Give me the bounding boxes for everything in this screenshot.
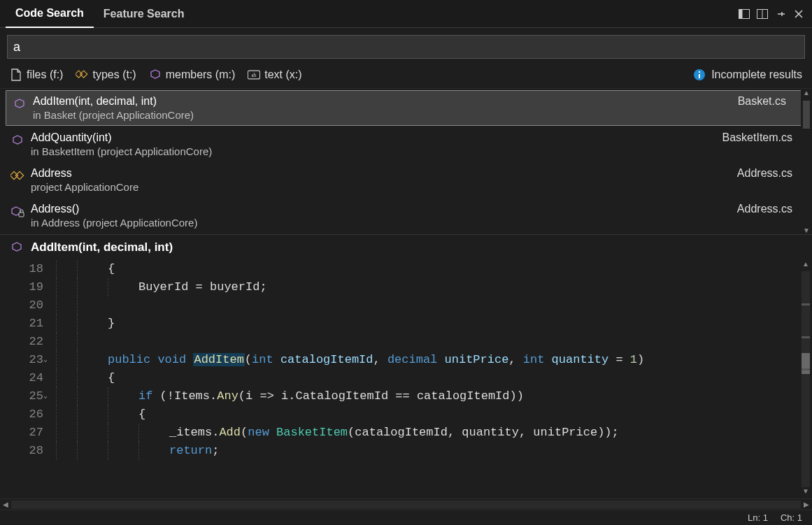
code-line: { bbox=[56, 405, 799, 424]
tab-label: Feature Search bbox=[104, 8, 185, 20]
tab-feature-search[interactable]: Feature Search bbox=[94, 0, 194, 28]
filter-members[interactable]: members (m:) bbox=[149, 69, 236, 81]
preview-header: AddItem(int, decimal, int) bbox=[0, 235, 812, 260]
result-item[interactable]: AddItem(int, decimal, int)in Basket (pro… bbox=[6, 90, 806, 126]
result-file: Address.cs bbox=[737, 167, 792, 180]
code-line: { bbox=[56, 260, 799, 278]
svg-rect-1 bbox=[739, 9, 743, 18]
svg-text:ab: ab bbox=[252, 73, 257, 78]
result-file: Basket.cs bbox=[738, 95, 786, 108]
results-scrollbar[interactable]: ▲▼ bbox=[801, 89, 812, 234]
results-list: AddItem(int, decimal, int)in Basket (pro… bbox=[0, 89, 812, 235]
file-icon bbox=[10, 69, 22, 81]
text-icon: ab bbox=[248, 69, 260, 81]
incomplete-label: Incomplete results bbox=[711, 69, 802, 81]
line-number: 18 bbox=[0, 260, 43, 278]
line-number: 25⌄ bbox=[0, 387, 43, 405]
result-subtitle: in Basket (project ApplicationCore) bbox=[33, 109, 800, 121]
code-line: } bbox=[56, 315, 799, 333]
pin-icon[interactable] bbox=[773, 6, 788, 22]
line-number: 28 bbox=[0, 442, 43, 460]
code-line: BuyerId = buyerId; bbox=[56, 278, 799, 296]
result-subtitle: in BasketItem (project ApplicationCore) bbox=[31, 145, 802, 157]
dock-split-icon[interactable] bbox=[755, 6, 770, 22]
member-icon bbox=[10, 240, 24, 254]
gutter: 181920212223⌄2425⌄262728 bbox=[0, 260, 56, 498]
line-number: 20 bbox=[0, 296, 43, 315]
close-icon[interactable] bbox=[791, 6, 806, 22]
dock-left-icon[interactable] bbox=[736, 6, 752, 22]
tab-bar: Code Search Feature Search bbox=[0, 0, 812, 28]
filter-files[interactable]: files (f:) bbox=[10, 69, 63, 81]
code-line: { bbox=[56, 369, 799, 387]
types-icon bbox=[76, 69, 88, 81]
result-title: AddQuantity(int) bbox=[31, 131, 802, 144]
line-number: 22 bbox=[0, 333, 43, 351]
filter-types[interactable]: types (t:) bbox=[76, 69, 136, 81]
svg-rect-9 bbox=[699, 74, 700, 78]
member-private-icon bbox=[10, 204, 25, 220]
member-icon bbox=[12, 96, 27, 112]
incomplete-results: Incomplete results bbox=[693, 69, 802, 81]
info-icon bbox=[693, 69, 706, 81]
status-bar: Ln: 1 Ch: 1 bbox=[0, 510, 812, 525]
result-title: Address bbox=[31, 167, 802, 180]
tab-label: Code Search bbox=[15, 7, 84, 20]
line-number: 19 bbox=[0, 278, 43, 296]
line-number: 26 bbox=[0, 405, 43, 424]
svg-rect-12 bbox=[15, 171, 23, 179]
svg-rect-4 bbox=[76, 71, 83, 78]
scroll-down-icon[interactable]: ▼ bbox=[802, 487, 809, 498]
scroll-up-icon[interactable]: ▲ bbox=[802, 260, 809, 271]
line-number: 27 bbox=[0, 424, 43, 442]
code-line: public void AddItem(int catalogItemId, d… bbox=[56, 351, 799, 369]
preview-title: AddItem(int, decimal, int) bbox=[31, 240, 173, 254]
filter-text[interactable]: ab text (x:) bbox=[248, 69, 301, 81]
result-title: AddItem(int, decimal, int) bbox=[33, 95, 800, 108]
result-item[interactable]: AddQuantity(int)in BasketItem (project A… bbox=[0, 127, 812, 163]
type-icon bbox=[10, 168, 25, 184]
vertical-scrollbar[interactable]: ▲ ▼ bbox=[799, 260, 812, 498]
fold-icon[interactable]: ⌄ bbox=[41, 351, 50, 369]
result-item[interactable]: Address()in Address (project Application… bbox=[0, 199, 812, 234]
result-title: Address() bbox=[31, 203, 802, 215]
code-line: if (!Items.Any(i => i.CatalogItemId == c… bbox=[56, 387, 799, 405]
tab-code-search[interactable]: Code Search bbox=[6, 0, 94, 28]
filter-label: types (t:) bbox=[92, 69, 136, 81]
result-file: BasketItem.cs bbox=[722, 131, 792, 144]
status-col: Ch: 1 bbox=[781, 512, 802, 523]
svg-rect-10 bbox=[699, 71, 700, 73]
code-area[interactable]: {BuyerId = buyerId;}public void AddItem(… bbox=[56, 260, 799, 498]
window-controls bbox=[736, 6, 812, 22]
result-subtitle: in Address (project ApplicationCore) bbox=[31, 217, 802, 229]
search-box[interactable] bbox=[7, 35, 805, 59]
code-line: _items.Add(new BasketItem(catalogItemId,… bbox=[56, 424, 799, 442]
result-file: Address.cs bbox=[737, 203, 792, 215]
line-number: 23⌄ bbox=[0, 351, 43, 369]
svg-rect-5 bbox=[80, 71, 87, 78]
line-number: 24 bbox=[0, 369, 43, 387]
scroll-left-icon[interactable]: ◀ bbox=[0, 501, 11, 508]
members-icon bbox=[149, 69, 162, 81]
filter-bar: files (f:) types (t:) members (m:) ab te… bbox=[0, 64, 812, 89]
filter-label: members (m:) bbox=[166, 69, 236, 81]
fold-icon[interactable]: ⌄ bbox=[41, 387, 50, 405]
code-line bbox=[56, 296, 799, 315]
result-subtitle: project ApplicationCore bbox=[31, 181, 802, 193]
search-input[interactable] bbox=[13, 40, 799, 55]
status-line: Ln: 1 bbox=[748, 512, 768, 523]
code-line bbox=[56, 333, 799, 351]
svg-rect-13 bbox=[19, 213, 24, 217]
result-item[interactable]: Addressproject ApplicationCoreAddress.cs bbox=[0, 163, 812, 199]
filter-label: text (x:) bbox=[264, 69, 301, 81]
line-number: 21 bbox=[0, 315, 43, 333]
filter-label: files (f:) bbox=[27, 69, 63, 81]
code-editor[interactable]: 181920212223⌄2425⌄262728 {BuyerId = buye… bbox=[0, 260, 812, 498]
scroll-right-icon[interactable]: ▶ bbox=[801, 501, 812, 508]
svg-rect-11 bbox=[10, 171, 18, 179]
code-line: return; bbox=[56, 442, 799, 460]
horizontal-scrollbar[interactable]: ◀ ▶ bbox=[0, 498, 812, 510]
member-icon bbox=[10, 133, 25, 148]
